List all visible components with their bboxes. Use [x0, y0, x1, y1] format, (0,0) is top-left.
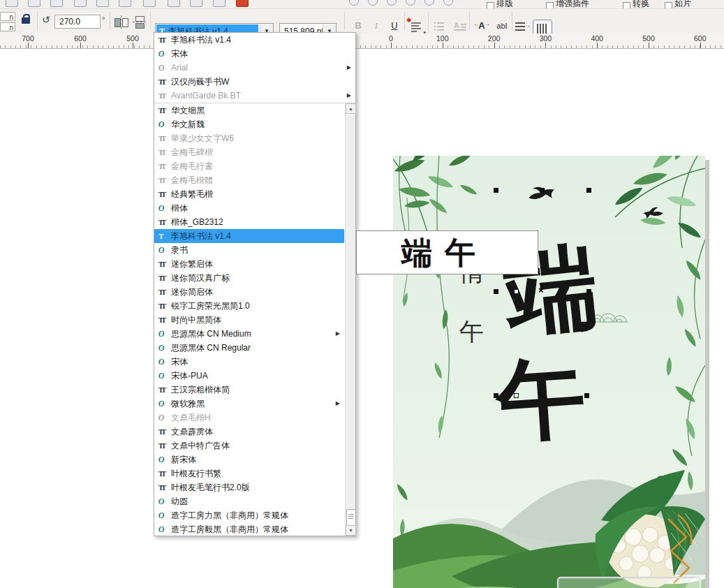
bold-button[interactable]: B — [350, 18, 366, 34]
import-icon[interactable] — [190, 0, 202, 7]
selection-handle[interactable] — [494, 289, 498, 294]
font-list-item[interactable]: TT文鼎霹雳体 — [154, 425, 344, 439]
font-list-item[interactable]: TT金梅毛行書 — [154, 159, 344, 173]
open-icon[interactable] — [28, 0, 40, 7]
font-list-item[interactable]: O华文新魏 — [154, 117, 344, 131]
object-size-width-field[interactable]: n — [0, 12, 15, 21]
scroll-up-button[interactable]: ▲ — [346, 103, 356, 114]
object-size-height-field[interactable]: n — [0, 22, 15, 31]
new-icon[interactable] — [6, 0, 18, 7]
font-list-item[interactable]: TT金梅毛楷體 — [154, 173, 344, 187]
zoom-tool-icon[interactable] — [349, 0, 359, 6]
undo-icon[interactable] — [143, 0, 156, 7]
truetype-icon: TT — [154, 439, 168, 453]
font-list-item[interactable]: TT华文细黑 — [154, 103, 344, 117]
node-marker[interactable] — [514, 393, 519, 398]
font-list-item[interactable]: TT王汉宗粗楷体简 — [154, 383, 344, 397]
selection-handle[interactable] — [494, 393, 498, 398]
poster-canvas-object[interactable]: ju 浓 情 午 端 午 — [393, 156, 705, 588]
plugin-menu-label[interactable]: 转换 — [633, 0, 649, 9]
font-list-item[interactable]: O楷体 — [154, 201, 344, 215]
font-list-item[interactable]: TT经典繁毛楷 — [154, 187, 344, 201]
font-list-item[interactable]: O造字工房力黑（非商用）常规体 — [154, 508, 344, 522]
font-name-label: 文鼎霹雳体 — [168, 425, 213, 439]
font-list-item[interactable]: TTAvantGarde Bk BT▶ — [154, 89, 355, 103]
edit-text-button[interactable]: abI — [493, 18, 511, 34]
plugin-checkbox[interactable] — [546, 2, 554, 9]
font-list-item[interactable]: TT汉仪尚巍手书W — [154, 75, 355, 89]
horizontal-ruler[interactable]: 7006005000100200300400500600 — [0, 34, 724, 49]
font-list-item[interactable]: TT華康少女文字W6 — [154, 131, 344, 145]
plugin-checkbox[interactable] — [487, 2, 494, 9]
scroll-down-button[interactable]: ▼ — [346, 525, 356, 536]
ruler-major-tick — [28, 43, 29, 48]
font-name-label: 迷你简启体 — [168, 285, 213, 299]
drop-cap-button[interactable]: A — [452, 20, 468, 34]
launcher-icon[interactable] — [236, 0, 249, 7]
font-list-item[interactable]: O幼圆 — [154, 494, 344, 508]
selection-handle[interactable] — [584, 393, 589, 398]
plugin-menu-label[interactable]: 如片 — [674, 0, 691, 9]
submenu-arrow-icon: ▶ — [336, 397, 340, 411]
font-list-item[interactable]: O隶书 — [154, 243, 344, 257]
selection-handle[interactable] — [494, 188, 498, 193]
selection-handle[interactable] — [586, 188, 591, 193]
font-list-item[interactable]: OArial▶ — [154, 61, 355, 75]
font-list-item[interactable]: O思源黑体 CN Regular — [154, 341, 344, 355]
font-list-item[interactable]: T李旭科书法 v1.4 — [154, 229, 344, 243]
selection-handle[interactable] — [540, 188, 545, 193]
copy-icon[interactable] — [96, 0, 109, 7]
font-list-item[interactable]: TT叶根友行书繁 — [154, 466, 344, 480]
font-list-item[interactable]: TT叶根友毛笔行书2.0版 — [154, 480, 344, 494]
export-icon[interactable] — [213, 0, 226, 7]
font-list-item[interactable]: O思源黑体 CN Medium▶ — [154, 327, 344, 341]
selection-handle[interactable] — [586, 289, 591, 294]
font-dropdown-list[interactable]: TT李旭科书法 v1.4O宋体OArial▶TT汉仪尚巍手书WTTAvantGa… — [154, 32, 356, 536]
font-list-item[interactable]: O宋体 — [154, 47, 355, 61]
font-list-item[interactable]: O宋体 — [154, 355, 344, 369]
save-icon[interactable] — [50, 0, 63, 7]
text-alignment-button[interactable]: ✱ ▾ — [409, 21, 424, 32]
dropdown-scrollbar[interactable]: ▲ ▼ — [345, 103, 355, 536]
font-list-item[interactable]: TT锐字工房荣光黑简1.0 — [154, 299, 344, 313]
font-list-item[interactable]: O微软雅黑▶ — [154, 397, 344, 411]
font-list-item[interactable]: TT迷你简汉真广标 — [154, 271, 344, 285]
font-list-item[interactable]: O新宋体 — [154, 453, 344, 466]
font-list-item[interactable]: TT李旭科书法 v1.4 — [154, 33, 355, 47]
redo-icon[interactable] — [168, 0, 180, 7]
zoom-in-icon[interactable] — [368, 0, 378, 6]
plugin-checkbox[interactable] — [665, 2, 672, 9]
cut-icon[interactable] — [74, 0, 87, 7]
underline-button[interactable]: U — [387, 18, 402, 34]
selection-center-marker[interactable]: × — [538, 287, 544, 294]
font-list-item[interactable]: O宋体-PUA — [154, 369, 344, 383]
mirror-vertical-button[interactable] — [133, 15, 148, 29]
lock-ratio-icon[interactable] — [22, 17, 30, 24]
zoom-width-icon[interactable] — [424, 0, 434, 6]
zoom-out-icon[interactable] — [387, 0, 397, 6]
font-list-item[interactable]: TT迷你繁启体 — [154, 257, 344, 271]
horizontal-text-button[interactable]: → — [515, 21, 529, 32]
mirror-horizontal-button[interactable] — [114, 15, 129, 29]
font-list-item[interactable]: TT迷你简启体 — [154, 285, 344, 299]
font-list-item[interactable]: TT金梅毛碑楷 — [154, 145, 344, 159]
ruler-major-tick — [649, 43, 649, 48]
node-marker[interactable] — [514, 289, 519, 294]
bulleted-list-button[interactable] — [433, 20, 448, 34]
character-formatting-button[interactable]: ←A→ — [473, 18, 490, 34]
zoom-selected-icon[interactable] — [443, 0, 453, 6]
drawing-workspace[interactable]: ju 浓 情 午 端 午 — [0, 49, 724, 588]
plugin-menu-label[interactable]: 增强插件 — [556, 0, 589, 9]
font-list-item[interactable]: TT文鼎中特广告体 — [154, 439, 344, 453]
rotation-angle-input[interactable]: 270.0 — [54, 15, 101, 29]
font-list-item[interactable]: O造字工房毅黑（非商用）常规体 — [154, 522, 344, 536]
paste-icon[interactable] — [119, 0, 131, 7]
font-list-item[interactable]: TT时尚中黑简体 — [154, 313, 344, 327]
italic-button[interactable]: I — [369, 18, 384, 34]
selection-handle[interactable] — [540, 393, 545, 398]
plugin-menu-label[interactable]: 排版 — [496, 0, 513, 9]
font-list-item[interactable]: TT楷体_GB2312 — [154, 215, 344, 229]
font-list-item[interactable]: O文鼎毛楷H — [154, 411, 344, 425]
plugin-checkbox[interactable] — [623, 2, 630, 9]
zoom-page-icon[interactable] — [406, 0, 415, 6]
